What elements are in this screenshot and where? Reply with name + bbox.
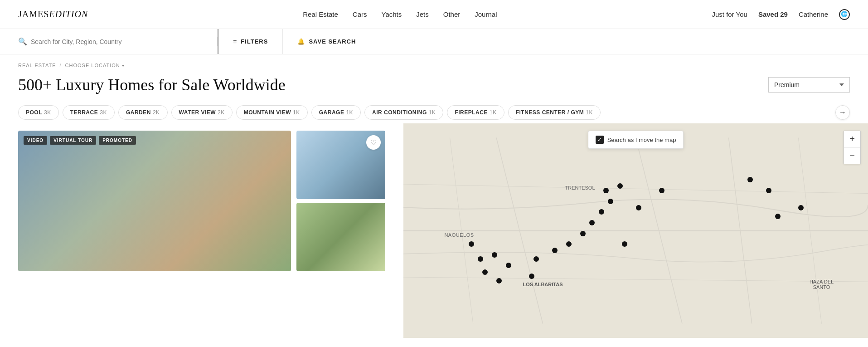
listing-badges: VIDEO VIRTUAL TOUR PROMOTED [24, 136, 136, 145]
map-label-trentesol: TRENTESOL [565, 185, 595, 191]
chips-next-arrow[interactable]: → [835, 105, 850, 120]
chip-terrace[interactable]: TERRACE 3K [63, 105, 115, 120]
map-dot[interactable] [482, 269, 488, 275]
chip-water-view[interactable]: WATER VIEW 2K [171, 105, 233, 120]
map-dot[interactable] [617, 183, 623, 189]
zoom-out-button[interactable]: − [844, 147, 860, 164]
breadcrumb-location-label: CHOOSE LOCATION [65, 63, 120, 68]
breadcrumb-location[interactable]: CHOOSE LOCATION ▾ [65, 63, 125, 68]
badge-video: VIDEO [24, 136, 47, 145]
search-bar: 🔍 ≡ FILTERS 🔔 SAVE SEARCH [0, 29, 868, 54]
nav-yachts[interactable]: Yachts [381, 10, 402, 18]
map-dot[interactable] [659, 188, 664, 193]
breadcrumb-separator: / [60, 63, 62, 68]
svg-line-4 [403, 184, 868, 194]
chip-fireplace[interactable]: FIREPLACE 1K [447, 105, 504, 120]
map-dot[interactable] [566, 241, 572, 247]
filters-icon: ≡ [233, 38, 237, 45]
map-zoom-controls: + − [844, 131, 861, 164]
zoom-in-button[interactable]: + [844, 131, 860, 147]
chevron-down-icon: ▾ [122, 63, 125, 68]
map-dot[interactable] [492, 252, 497, 258]
map-dot[interactable] [529, 274, 534, 279]
map-label-haza-del-cura: HAZA DELSANTO [810, 279, 834, 290]
map-dot[interactable] [603, 188, 609, 193]
nav-catherine[interactable]: Catherine [799, 10, 828, 18]
nav-saved[interactable]: Saved 29 [758, 10, 788, 18]
nav-other[interactable]: Other [443, 10, 461, 18]
map-dot[interactable] [580, 231, 586, 236]
search-icon: 🔍 [18, 37, 27, 46]
filters-button[interactable]: ≡ FILTERS [218, 29, 283, 54]
map-section: NAOUELOS TRENTESOL LOS ALBARITAS HAZA DE… [403, 123, 868, 338]
chip-garden[interactable]: GARDEN 2K [118, 105, 168, 120]
chip-pool[interactable]: POOL 3K [18, 105, 59, 120]
map-search-move[interactable]: ✓ Search as I move the map [588, 131, 684, 149]
search-move-checkbox[interactable]: ✓ [596, 136, 604, 144]
sort-select[interactable]: Premium Newest Price: Low to High Price:… [768, 77, 850, 93]
favorite-button[interactable]: ♡ [366, 135, 381, 150]
save-search-label: SAVE SEARCH [309, 38, 356, 45]
language-icon[interactable]: 🌐 [839, 9, 850, 20]
logo[interactable]: JamesEdition [18, 9, 88, 20]
map-dot[interactable] [775, 214, 781, 219]
nav-cars[interactable]: Cars [353, 10, 367, 18]
map-dot[interactable] [622, 241, 627, 247]
title-row: 500+ Luxury Homes for Sale Worldwide Pre… [0, 72, 868, 102]
svg-line-5 [403, 277, 868, 282]
breadcrumb: REAL ESTATE / CHOOSE LOCATION ▾ [0, 54, 868, 72]
map-label-albaritas: LOS ALBARITAS [523, 282, 563, 287]
filters-label: FILTERS [241, 38, 268, 45]
nav-right: Just for You Saved 29 Catherine 🌐 [712, 9, 850, 20]
listing-card-main[interactable]: VIDEO VIRTUAL TOUR PROMOTED [18, 131, 291, 271]
map-dot[interactable] [636, 205, 641, 210]
chip-fitness-center[interactable]: FITNESS CENTER / GYM 1K [508, 105, 601, 120]
filter-chips: POOL 3K TERRACE 3K GARDEN 2K WATER VIEW … [0, 102, 868, 123]
chip-mountain-view[interactable]: MOUNTAIN VIEW 1K [236, 105, 308, 120]
listing-card-side: ♡ [296, 131, 385, 331]
map-dot[interactable] [608, 199, 613, 204]
badge-virtual-tour: VIRTUAL TOUR [50, 136, 96, 145]
map-dot[interactable] [798, 205, 804, 210]
search-wrap: 🔍 [18, 37, 218, 46]
listings-section: VIDEO VIRTUAL TOUR PROMOTED ♡ [0, 123, 403, 338]
nav-just-for-you[interactable]: Just for You [712, 10, 747, 18]
bell-icon: 🔔 [297, 38, 305, 45]
save-search-button[interactable]: 🔔 SAVE SEARCH [283, 38, 370, 45]
map-dot[interactable] [766, 188, 771, 193]
listing-thumb-2[interactable] [296, 203, 385, 271]
badge-promoted: PROMOTED [99, 136, 136, 145]
main-nav: Real Estate Cars Yachts Jets Other Journ… [303, 10, 497, 18]
nav-real-estate[interactable]: Real Estate [303, 10, 338, 18]
map-label-naouelos: NAOUELOS [444, 232, 474, 238]
map-background-svg [403, 123, 868, 338]
nav-journal[interactable]: Journal [475, 10, 497, 18]
main-content: VIDEO VIRTUAL TOUR PROMOTED ♡ [0, 123, 868, 338]
header: JamesEdition Real Estate Cars Yachts Jet… [0, 0, 868, 29]
map-dot[interactable] [599, 209, 604, 215]
map-dot[interactable] [506, 263, 511, 268]
search-move-label: Search as I move the map [607, 137, 676, 143]
logo-part2: Edition [49, 9, 88, 19]
page-title: 500+ Luxury Homes for Sale Worldwide [18, 75, 286, 94]
map-dot[interactable] [589, 220, 595, 225]
map-dot[interactable] [469, 241, 474, 247]
logo-part1: James [18, 9, 49, 19]
chip-garage[interactable]: GARAGE 1K [311, 105, 361, 120]
chip-air-conditioning[interactable]: AIR CONDITIONING 1K [364, 105, 443, 120]
nav-jets[interactable]: Jets [416, 10, 429, 18]
listing-thumb-1[interactable]: ♡ [296, 131, 385, 199]
map-dot[interactable] [747, 177, 753, 182]
map-dot[interactable] [496, 278, 502, 283]
search-input[interactable] [31, 38, 185, 45]
breadcrumb-parent[interactable]: REAL ESTATE [18, 63, 56, 68]
